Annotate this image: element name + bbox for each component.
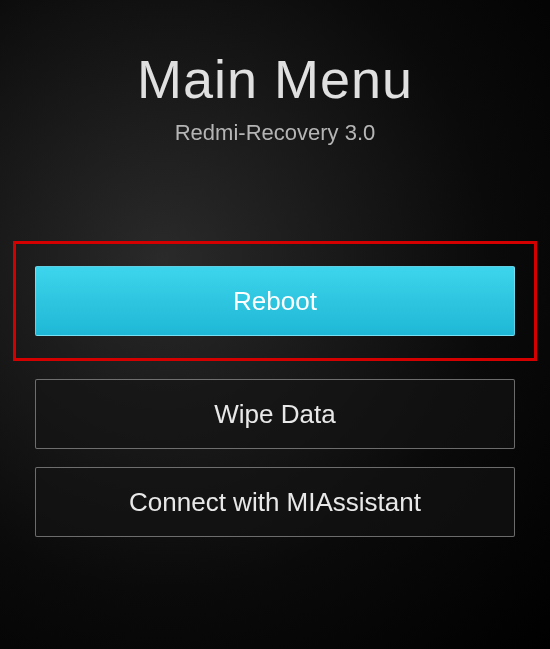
- menu-item-connect-miassistant[interactable]: Connect with MIAssistant: [35, 467, 515, 537]
- annotation-highlight: Reboot: [13, 241, 537, 361]
- page-subtitle: Redmi-Recovery 3.0: [175, 120, 376, 146]
- menu-item-label: Reboot: [233, 286, 317, 317]
- main-menu: Reboot Wipe Data Connect with MIAssistan…: [0, 241, 550, 537]
- menu-item-reboot[interactable]: Reboot: [35, 266, 515, 336]
- recovery-screen: Main Menu Redmi-Recovery 3.0 Reboot Wipe…: [0, 0, 550, 649]
- menu-item-wipe-data[interactable]: Wipe Data: [35, 379, 515, 449]
- menu-item-label: Wipe Data: [214, 399, 335, 430]
- menu-item-label: Connect with MIAssistant: [129, 487, 421, 518]
- page-title: Main Menu: [137, 48, 413, 110]
